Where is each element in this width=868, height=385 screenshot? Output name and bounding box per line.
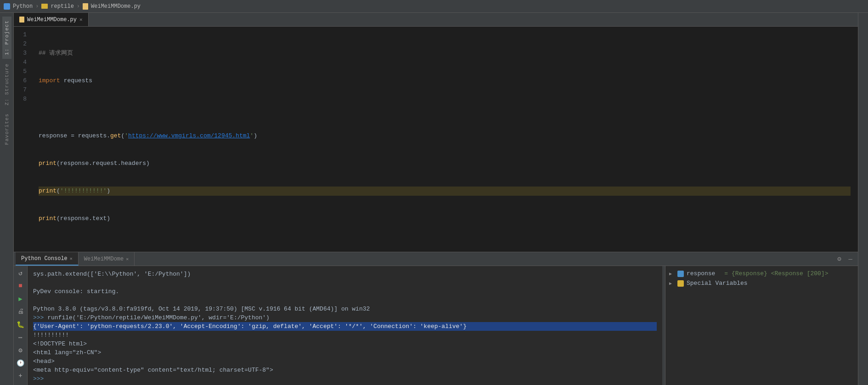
- var-name-response: response: [687, 270, 715, 277]
- tab-label: WeiMeiMMDome.py: [27, 17, 77, 23]
- variables-panel[interactable]: ▶ response = {Response} <Response [200]>…: [665, 266, 858, 385]
- var-response[interactable]: ▶ response = {Response} <Response [200]>: [665, 269, 858, 278]
- settings-icon[interactable]: ⚙: [835, 254, 843, 264]
- minimize-icon[interactable]: —: [847, 255, 854, 264]
- line-numbers: 1 2 3 4 5 6 7 8: [14, 27, 31, 252]
- python-console-close[interactable]: ✕: [70, 256, 73, 261]
- tab-python-console[interactable]: Python Console ✕: [16, 252, 79, 266]
- code-line-8: [39, 242, 851, 251]
- weimeimmdome-tab-label: WeiMeiMMDome: [84, 256, 124, 262]
- tab-file-icon: [19, 17, 24, 23]
- var-eq-response: [718, 270, 721, 277]
- breadcrumb-sep1: ›: [35, 3, 39, 10]
- debug-icon[interactable]: 🐛: [16, 319, 26, 329]
- code-editor[interactable]: 1 2 3 4 5 6 7 8 ## 请求网页 import requests …: [14, 27, 858, 252]
- breadcrumb-sep2: ›: [77, 3, 80, 10]
- file-icon: [83, 3, 88, 10]
- tab-weimei[interactable]: WeiMeiMMDome.py ✕: [14, 13, 89, 26]
- sidebar-item-structure[interactable]: Z: Structure: [2, 60, 11, 109]
- right-sidebar: [858, 13, 868, 385]
- sidebar-item-project[interactable]: 1: Project: [2, 17, 11, 59]
- var-special-expand: ▶: [669, 281, 675, 286]
- code-line-7: print(response.text): [39, 214, 851, 223]
- clock-icon[interactable]: 🕐: [16, 358, 26, 368]
- console-line-4: [33, 296, 657, 305]
- console-output[interactable]: sys.path.extend(['E:\\Python', 'E:/Pytho…: [28, 266, 662, 385]
- run-icon[interactable]: ▶: [16, 294, 26, 304]
- console-toolbar: ↺ ■ ▶ 🖨 🐛 ⋯ ⚙ 🕐 +: [14, 266, 28, 385]
- var-icon-response: [677, 271, 684, 277]
- console-line-8: !!!!!!!!!!: [33, 331, 657, 340]
- more-icon[interactable]: ⋯: [16, 332, 26, 342]
- var-icon-special: [677, 280, 684, 287]
- tab-weimeimmdome[interactable]: WeiMeiMMDome ✕: [79, 252, 135, 266]
- python-console-tab-label: Python Console: [21, 255, 68, 262]
- breadcrumb-file[interactable]: WeiMeiMMDome.py: [91, 3, 141, 10]
- console-line-1: sys.path.extend(['E:\\Python', 'E:/Pytho…: [33, 270, 657, 278]
- breadcrumb-bar: Python › reptile › WeiMeiMMDome.py: [0, 0, 868, 13]
- tab-close-button[interactable]: ✕: [79, 17, 83, 23]
- breadcrumb-python[interactable]: Python: [13, 3, 33, 10]
- main-layout: 1: Project Z: Structure Favorites WeiMei…: [0, 13, 868, 385]
- code-line-5: print(response.request.headers): [39, 159, 851, 168]
- bottom-tab-actions: ⚙ —: [835, 254, 858, 264]
- console-line-7: {'User-Agent': 'python-requests/2.23.0',…: [33, 322, 657, 331]
- code-line-4: response = requests.get('https://www.vmg…: [39, 131, 851, 141]
- weimeimmdome-close[interactable]: ✕: [126, 256, 129, 262]
- var-special[interactable]: ▶ Special Variables: [665, 278, 858, 288]
- editor-tab-bar: WeiMeiMMDome.py ✕: [14, 13, 858, 27]
- sidebar-item-favorites[interactable]: Favorites: [2, 110, 11, 148]
- settings-small-icon[interactable]: ⚙: [16, 345, 26, 355]
- breadcrumb-reptile[interactable]: reptile: [51, 3, 73, 10]
- stop-icon[interactable]: ■: [16, 281, 26, 291]
- code-content[interactable]: ## 请求网页 import requests response = reque…: [31, 27, 858, 252]
- var-value-response: = {Response} <Response [200]>: [724, 270, 828, 277]
- console-line-10: <html lang="zh-CN">: [33, 348, 657, 357]
- bottom-content: ↺ ■ ▶ 🖨 🐛 ⋯ ⚙ 🕐 + sys.path.extend(['E:\\…: [14, 266, 858, 385]
- bottom-tab-bar: Python Console ✕ WeiMeiMMDome ✕ ⚙ —: [14, 252, 858, 266]
- console-line-13: >>>: [33, 374, 657, 383]
- code-line-3: [39, 104, 851, 113]
- left-sidebar: 1: Project Z: Structure Favorites: [0, 13, 14, 385]
- var-expand-icon: ▶: [669, 271, 675, 277]
- console-line-9: <!DOCTYPE html>: [33, 340, 657, 348]
- console-line-2: [33, 278, 657, 287]
- var-name-special: Special Variables: [687, 280, 748, 287]
- print-icon[interactable]: 🖨: [16, 306, 26, 317]
- add-icon[interactable]: +: [16, 371, 26, 381]
- editor-section: WeiMeiMMDome.py ✕ 1 2 3 4 5 6 7 8 ## 请求网…: [14, 13, 858, 385]
- code-line-2: import requests: [39, 76, 851, 85]
- console-line-12: <meta http-equiv="content-type" content=…: [33, 366, 657, 374]
- code-line-1: ## 请求网页: [39, 49, 851, 58]
- console-line-11: <head>: [33, 357, 657, 366]
- rerun-icon[interactable]: ↺: [16, 268, 26, 278]
- code-line-6: print('!!!!!!!!!!!'): [39, 187, 851, 196]
- console-line-6: >>> runfile('E:/Python/reptile/WeiMeiMMD…: [33, 313, 657, 322]
- console-line-3: PyDev console: starting.: [33, 287, 657, 296]
- folder-icon: [41, 4, 48, 9]
- console-line-5: Python 3.8.0 (tags/v3.8.0:fa919fd, Oct 1…: [33, 305, 657, 313]
- python-icon: [4, 3, 10, 10]
- bottom-panel: Python Console ✕ WeiMeiMMDome ✕ ⚙ — ↺ ■: [14, 252, 858, 385]
